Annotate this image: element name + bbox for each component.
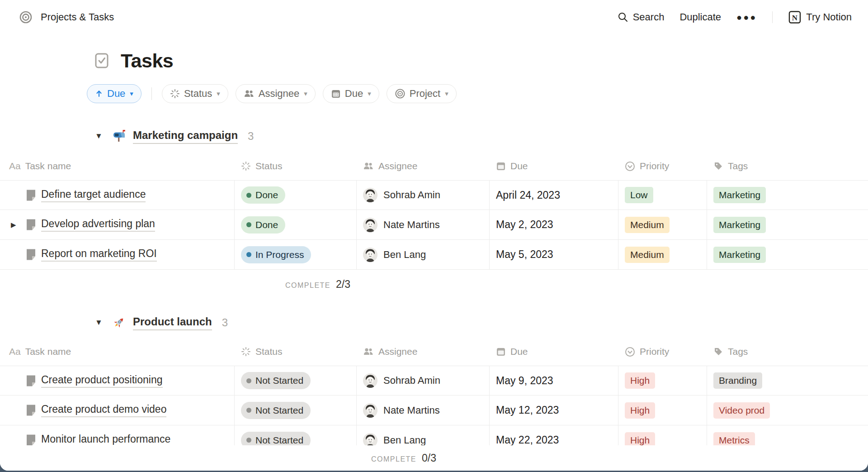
page-target-icon xyxy=(19,10,33,24)
table-row[interactable]: ▶ Report on marketing ROI In Progress xyxy=(0,240,868,270)
tags-cell[interactable]: Branding xyxy=(707,366,868,395)
task-name[interactable]: Report on marketing ROI xyxy=(41,248,157,262)
table-row[interactable]: ▶ Create product demo video Not Started xyxy=(0,396,868,425)
group-title[interactable]: Product launch xyxy=(133,315,212,330)
column-header-assignee[interactable]: Assignee xyxy=(357,152,490,180)
task-name[interactable]: Create product demo video xyxy=(41,403,166,417)
priority-tag[interactable]: High xyxy=(625,372,655,389)
priority-cell[interactable]: Low xyxy=(618,181,707,210)
column-header-status[interactable]: Status xyxy=(235,338,357,366)
column-header-priority[interactable]: Priority xyxy=(618,152,707,180)
status-label: Done xyxy=(255,219,278,230)
priority-tag[interactable]: Low xyxy=(625,187,653,203)
table-row[interactable]: ▶ Develop advertising plan Done xyxy=(0,210,868,240)
priority-cell[interactable]: Medium xyxy=(618,210,707,239)
status-cell[interactable]: In Progress xyxy=(235,240,357,269)
column-header-task-name[interactable]: Aa Task name xyxy=(0,152,235,180)
priority-tag[interactable]: Medium xyxy=(625,217,670,233)
avatar xyxy=(363,188,377,202)
sort-due-button[interactable]: Due ▾ xyxy=(87,84,142,103)
table-row[interactable]: ▶ Define target audience Done xyxy=(0,180,868,210)
priority-cell[interactable]: High xyxy=(618,396,707,425)
duplicate-button[interactable]: Duplicate xyxy=(679,11,721,23)
filter-status-button[interactable]: Status ▾ xyxy=(162,84,228,103)
more-options-icon[interactable]: ●●● xyxy=(736,12,757,23)
priority-tag[interactable]: High xyxy=(625,402,655,419)
due-cell[interactable]: May 5, 2023 xyxy=(490,240,618,269)
status-pill[interactable]: Done xyxy=(241,186,285,204)
complete-count[interactable]: COMPLETE 0/3 xyxy=(371,452,443,464)
task-name-cell[interactable]: ▶ Create product positioning xyxy=(0,366,235,395)
tags-cell[interactable]: Marketing xyxy=(707,181,868,210)
tag[interactable]: Marketing xyxy=(713,217,766,233)
filter-assignee-button[interactable]: Assignee ▾ xyxy=(236,84,316,103)
status-dot-icon xyxy=(246,252,251,257)
people-icon xyxy=(363,161,374,171)
target-icon xyxy=(395,88,406,99)
status-pill[interactable]: In Progress xyxy=(241,246,311,263)
column-header-assignee[interactable]: Assignee xyxy=(357,338,490,366)
due-cell[interactable]: May 2, 2023 xyxy=(490,210,618,239)
group-collapse-icon[interactable]: ▼ xyxy=(95,132,105,141)
priority-cell[interactable]: High xyxy=(618,366,707,395)
priority-tag[interactable]: Medium xyxy=(625,247,670,263)
status-pill[interactable]: Not Started xyxy=(241,372,311,389)
group-collapse-icon[interactable]: ▼ xyxy=(95,318,105,327)
status-cell[interactable]: Not Started xyxy=(235,366,357,395)
complete-count[interactable]: COMPLETE 2/3 xyxy=(285,278,357,291)
assignee-cell[interactable]: Sohrab Amin xyxy=(357,181,490,210)
tags-cell[interactable]: Marketing xyxy=(707,240,868,269)
group-title[interactable]: Marketing campaign xyxy=(133,129,238,144)
assignee-cell[interactable]: Ben Lang xyxy=(357,240,490,269)
assignee-cell[interactable]: Nate Martins xyxy=(357,396,490,425)
tags-cell[interactable]: Marketing xyxy=(707,210,868,239)
group-count: 3 xyxy=(248,130,254,143)
tag[interactable]: Video prod xyxy=(713,402,770,419)
filter-project-button[interactable]: Project ▾ xyxy=(387,84,457,103)
column-header-status[interactable]: Status xyxy=(235,152,357,180)
column-header-due[interactable]: Due xyxy=(490,152,618,180)
chevron-down-icon: ▾ xyxy=(217,90,220,98)
column-header-tags[interactable]: Tags xyxy=(707,338,868,366)
tag[interactable]: Branding xyxy=(713,372,762,389)
try-notion-button[interactable]: N Try Notion xyxy=(788,10,852,24)
avatar xyxy=(363,403,377,418)
page-icon xyxy=(25,404,37,416)
task-name-cell[interactable]: ▶ Report on marketing ROI xyxy=(0,240,235,269)
due-cell[interactable]: April 24, 2023 xyxy=(490,181,618,210)
status-cell[interactable]: Done xyxy=(235,210,357,239)
breadcrumb-page-title[interactable]: Projects & Tasks xyxy=(41,11,114,23)
task-name-cell[interactable]: ▶ Define target audience xyxy=(0,181,235,210)
column-header-task-name[interactable]: Aa Task name xyxy=(0,338,235,366)
assignee-cell[interactable]: Sohrab Amin xyxy=(357,366,490,395)
status-pill[interactable]: Not Started xyxy=(241,402,311,419)
chevron-down-icon: ▾ xyxy=(368,90,371,98)
column-header-priority[interactable]: Priority xyxy=(618,338,707,366)
status-label: Not Started xyxy=(255,405,303,416)
task-name[interactable]: Create product positioning xyxy=(41,374,163,388)
search-button[interactable]: Search xyxy=(618,11,665,23)
assignee-cell[interactable]: Nate Martins xyxy=(357,210,490,239)
status-pill[interactable]: Done xyxy=(241,216,285,234)
column-header-due[interactable]: Due xyxy=(490,338,618,366)
task-name-cell[interactable]: ▶ Create product demo video xyxy=(0,396,235,425)
due-cell[interactable]: May 9, 2023 xyxy=(490,366,618,395)
tag[interactable]: Marketing xyxy=(713,187,766,203)
column-header-tags[interactable]: Tags xyxy=(707,152,868,180)
row-expand-toggle-icon[interactable]: ▶ xyxy=(11,221,20,229)
task-name[interactable]: Define target audience xyxy=(41,188,146,202)
task-name-cell[interactable]: ▶ Develop advertising plan xyxy=(0,210,235,239)
group-count: 3 xyxy=(222,316,228,329)
task-name[interactable]: Develop advertising plan xyxy=(41,218,155,232)
filter-due-button[interactable]: Due ▾ xyxy=(323,84,379,103)
table-header-row: Aa Task name Status Assignee xyxy=(0,152,868,180)
status-cell[interactable]: Not Started xyxy=(235,396,357,425)
table-row[interactable]: ▶ Create product positioning Not Started xyxy=(0,366,868,396)
priority-cell[interactable]: Medium xyxy=(618,240,707,269)
page-title[interactable]: Tasks xyxy=(121,50,173,72)
tag[interactable]: Marketing xyxy=(713,247,766,263)
due-cell[interactable]: May 12, 2023 xyxy=(490,396,618,425)
tags-cell[interactable]: Video prod xyxy=(707,396,868,425)
priority-circle-icon xyxy=(625,347,635,357)
status-cell[interactable]: Done xyxy=(235,181,357,210)
